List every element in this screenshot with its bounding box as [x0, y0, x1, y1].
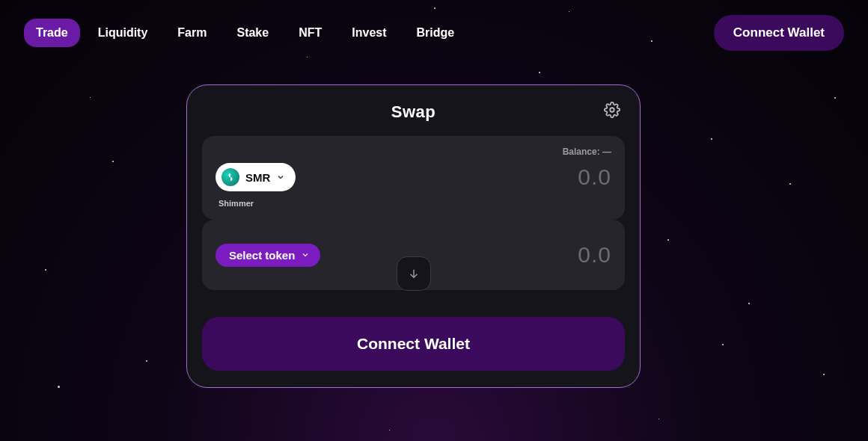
nav-trade[interactable]: Trade: [24, 19, 80, 47]
swap-direction-button[interactable]: [397, 256, 431, 291]
nav-stake[interactable]: Stake: [224, 19, 281, 47]
nav-farm[interactable]: Farm: [165, 19, 218, 47]
from-token-symbol: SMR: [245, 171, 270, 184]
chevron-down-icon: [276, 171, 285, 184]
select-token-label: Select token: [229, 249, 295, 262]
from-token-name: Shimmer: [216, 199, 611, 208]
to-token-select[interactable]: Select token: [216, 244, 320, 267]
swap-title: Swap: [391, 102, 435, 122]
arrow-down-icon: [407, 267, 421, 280]
to-amount[interactable]: 0.0: [578, 242, 611, 268]
from-amount[interactable]: 0.0: [578, 164, 611, 190]
top-bar: Trade Liquidity Farm Stake NFT Invest Br…: [24, 15, 844, 51]
from-token-box: Balance: — SMR 0.0 Shimmer: [202, 136, 625, 220]
nav-invest[interactable]: Invest: [340, 19, 398, 47]
nav-bridge[interactable]: Bridge: [405, 19, 467, 47]
chevron-down-icon: [301, 249, 310, 262]
swap-panel-header: Swap: [202, 99, 625, 126]
connect-wallet-main-button[interactable]: Connect Wallet: [202, 317, 625, 371]
connect-wallet-top-button[interactable]: Connect Wallet: [714, 15, 844, 51]
nav-liquidity[interactable]: Liquidity: [86, 19, 160, 47]
svg-point-0: [610, 108, 614, 112]
from-token-select[interactable]: SMR: [216, 163, 296, 191]
gear-icon[interactable]: [604, 102, 620, 121]
from-balance-label: Balance: —: [216, 147, 611, 157]
nav-nft[interactable]: NFT: [287, 19, 334, 47]
smr-token-icon: [221, 168, 239, 186]
main-nav: Trade Liquidity Farm Stake NFT Invest Br…: [24, 19, 466, 47]
swap-panel: Swap Balance: — SMR 0.0: [186, 84, 641, 388]
